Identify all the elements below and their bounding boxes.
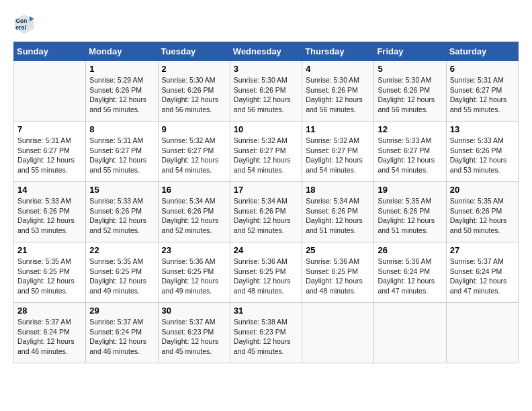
day-info: Sunrise: 5:33 AM Sunset: 6:26 PM Dayligh… [17, 196, 82, 236]
day-info: Sunrise: 5:36 AM Sunset: 6:24 PM Dayligh… [378, 257, 442, 296]
calendar-table: SundayMondayTuesdayWednesdayThursdayFrid… [13, 42, 519, 363]
day-header-tuesday: Tuesday [158, 42, 230, 61]
day-number: 9 [162, 124, 226, 134]
day-number: 20 [450, 185, 515, 195]
day-info: Sunrise: 5:30 AM Sunset: 6:26 PM Dayligh… [378, 75, 442, 115]
calendar-cell: 26Sunrise: 5:36 AM Sunset: 6:24 PM Dayli… [374, 242, 446, 303]
calendar-cell: 12Sunrise: 5:33 AM Sunset: 6:27 PM Dayli… [374, 122, 446, 182]
calendar-cell: 21Sunrise: 5:35 AM Sunset: 6:25 PM Dayli… [14, 242, 86, 303]
day-number: 18 [306, 185, 370, 195]
calendar-cell: 27Sunrise: 5:37 AM Sunset: 6:24 PM Dayli… [446, 242, 518, 303]
day-number: 22 [89, 245, 154, 255]
logo: Gen eral [13, 13, 38, 35]
day-number: 23 [162, 245, 226, 255]
day-number: 25 [306, 245, 370, 255]
svg-text:Gen: Gen [15, 17, 27, 24]
day-info: Sunrise: 5:32 AM Sunset: 6:27 PM Dayligh… [162, 136, 226, 175]
calendar-cell: 1Sunrise: 5:29 AM Sunset: 6:26 PM Daylig… [86, 61, 158, 122]
day-info: Sunrise: 5:36 AM Sunset: 6:25 PM Dayligh… [162, 257, 226, 296]
day-header-sunday: Sunday [14, 42, 86, 61]
calendar-cell: 19Sunrise: 5:35 AM Sunset: 6:26 PM Dayli… [374, 182, 446, 242]
day-number: 15 [89, 185, 154, 195]
calendar-cell: 29Sunrise: 5:37 AM Sunset: 6:24 PM Dayli… [86, 303, 158, 363]
day-info: Sunrise: 5:33 AM Sunset: 6:27 PM Dayligh… [378, 136, 442, 175]
day-number: 8 [89, 124, 154, 134]
calendar-week-row: 21Sunrise: 5:35 AM Sunset: 6:25 PM Dayli… [14, 242, 519, 303]
day-info: Sunrise: 5:31 AM Sunset: 6:27 PM Dayligh… [17, 136, 82, 175]
day-number: 7 [17, 124, 82, 134]
calendar-cell: 9Sunrise: 5:32 AM Sunset: 6:27 PM Daylig… [158, 122, 230, 182]
day-number: 27 [450, 245, 515, 255]
day-number: 26 [378, 245, 442, 255]
day-info: Sunrise: 5:33 AM Sunset: 6:26 PM Dayligh… [89, 196, 154, 236]
calendar-cell: 5Sunrise: 5:30 AM Sunset: 6:26 PM Daylig… [374, 61, 446, 122]
calendar-cell: 6Sunrise: 5:31 AM Sunset: 6:27 PM Daylig… [446, 61, 518, 122]
day-info: Sunrise: 5:37 AM Sunset: 6:24 PM Dayligh… [17, 317, 82, 357]
day-info: Sunrise: 5:38 AM Sunset: 6:23 PM Dayligh… [234, 317, 298, 357]
calendar-cell: 7Sunrise: 5:31 AM Sunset: 6:27 PM Daylig… [14, 122, 86, 182]
day-number: 5 [378, 64, 442, 74]
calendar-cell [374, 303, 446, 363]
page-header: Gen eral [13, 13, 519, 35]
day-info: Sunrise: 5:35 AM Sunset: 6:26 PM Dayligh… [450, 196, 515, 236]
day-number: 2 [162, 64, 226, 74]
calendar-week-row: 28Sunrise: 5:37 AM Sunset: 6:24 PM Dayli… [14, 303, 519, 363]
calendar-cell: 25Sunrise: 5:36 AM Sunset: 6:25 PM Dayli… [302, 242, 374, 303]
calendar-cell: 2Sunrise: 5:30 AM Sunset: 6:26 PM Daylig… [158, 61, 230, 122]
day-header-thursday: Thursday [302, 42, 374, 61]
day-number: 28 [17, 306, 82, 316]
day-info: Sunrise: 5:31 AM Sunset: 6:27 PM Dayligh… [450, 75, 515, 115]
calendar-cell [14, 61, 86, 122]
day-header-monday: Monday [86, 42, 158, 61]
day-number: 21 [17, 245, 82, 255]
calendar-cell: 10Sunrise: 5:32 AM Sunset: 6:27 PM Dayli… [230, 122, 302, 182]
day-number: 6 [450, 64, 515, 74]
day-number: 14 [17, 185, 82, 195]
day-info: Sunrise: 5:34 AM Sunset: 6:26 PM Dayligh… [162, 196, 226, 236]
day-info: Sunrise: 5:32 AM Sunset: 6:27 PM Dayligh… [234, 136, 298, 175]
day-info: Sunrise: 5:34 AM Sunset: 6:26 PM Dayligh… [234, 196, 298, 236]
calendar-cell [446, 303, 518, 363]
calendar-cell: 20Sunrise: 5:35 AM Sunset: 6:26 PM Dayli… [446, 182, 518, 242]
day-info: Sunrise: 5:34 AM Sunset: 6:26 PM Dayligh… [306, 196, 370, 236]
day-number: 10 [234, 124, 298, 134]
day-number: 17 [234, 185, 298, 195]
calendar-cell [302, 303, 374, 363]
calendar-cell: 17Sunrise: 5:34 AM Sunset: 6:26 PM Dayli… [230, 182, 302, 242]
day-number: 30 [162, 306, 226, 316]
day-info: Sunrise: 5:33 AM Sunset: 6:26 PM Dayligh… [450, 136, 515, 175]
day-header-wednesday: Wednesday [230, 42, 302, 61]
calendar-cell: 31Sunrise: 5:38 AM Sunset: 6:23 PM Dayli… [230, 303, 302, 363]
day-info: Sunrise: 5:30 AM Sunset: 6:26 PM Dayligh… [162, 75, 226, 115]
day-info: Sunrise: 5:37 AM Sunset: 6:24 PM Dayligh… [450, 257, 515, 296]
day-number: 16 [162, 185, 226, 195]
calendar-cell: 30Sunrise: 5:37 AM Sunset: 6:23 PM Dayli… [158, 303, 230, 363]
day-header-saturday: Saturday [446, 42, 518, 61]
day-info: Sunrise: 5:37 AM Sunset: 6:24 PM Dayligh… [89, 317, 154, 357]
calendar-week-row: 7Sunrise: 5:31 AM Sunset: 6:27 PM Daylig… [14, 122, 519, 182]
calendar-cell: 28Sunrise: 5:37 AM Sunset: 6:24 PM Dayli… [14, 303, 86, 363]
svg-text:eral: eral [15, 24, 26, 31]
calendar-cell: 16Sunrise: 5:34 AM Sunset: 6:26 PM Dayli… [158, 182, 230, 242]
day-number: 1 [89, 64, 154, 74]
calendar-cell: 11Sunrise: 5:32 AM Sunset: 6:27 PM Dayli… [302, 122, 374, 182]
day-info: Sunrise: 5:37 AM Sunset: 6:23 PM Dayligh… [162, 317, 226, 357]
calendar-cell: 18Sunrise: 5:34 AM Sunset: 6:26 PM Dayli… [302, 182, 374, 242]
day-header-friday: Friday [374, 42, 446, 61]
day-number: 24 [234, 245, 298, 255]
calendar-cell: 3Sunrise: 5:30 AM Sunset: 6:26 PM Daylig… [230, 61, 302, 122]
calendar-cell: 22Sunrise: 5:35 AM Sunset: 6:25 PM Dayli… [86, 242, 158, 303]
day-info: Sunrise: 5:31 AM Sunset: 6:27 PM Dayligh… [89, 136, 154, 175]
calendar-header-row: SundayMondayTuesdayWednesdayThursdayFrid… [14, 42, 519, 61]
calendar-week-row: 14Sunrise: 5:33 AM Sunset: 6:26 PM Dayli… [14, 182, 519, 242]
day-number: 19 [378, 185, 442, 195]
day-info: Sunrise: 5:32 AM Sunset: 6:27 PM Dayligh… [306, 136, 370, 175]
day-number: 4 [306, 64, 370, 74]
calendar-cell: 4Sunrise: 5:30 AM Sunset: 6:26 PM Daylig… [302, 61, 374, 122]
day-info: Sunrise: 5:36 AM Sunset: 6:25 PM Dayligh… [234, 257, 298, 296]
day-info: Sunrise: 5:29 AM Sunset: 6:26 PM Dayligh… [89, 75, 154, 115]
day-info: Sunrise: 5:30 AM Sunset: 6:26 PM Dayligh… [234, 75, 298, 115]
day-info: Sunrise: 5:35 AM Sunset: 6:25 PM Dayligh… [89, 257, 154, 296]
day-info: Sunrise: 5:35 AM Sunset: 6:26 PM Dayligh… [378, 196, 442, 236]
calendar-week-row: 1Sunrise: 5:29 AM Sunset: 6:26 PM Daylig… [14, 61, 519, 122]
